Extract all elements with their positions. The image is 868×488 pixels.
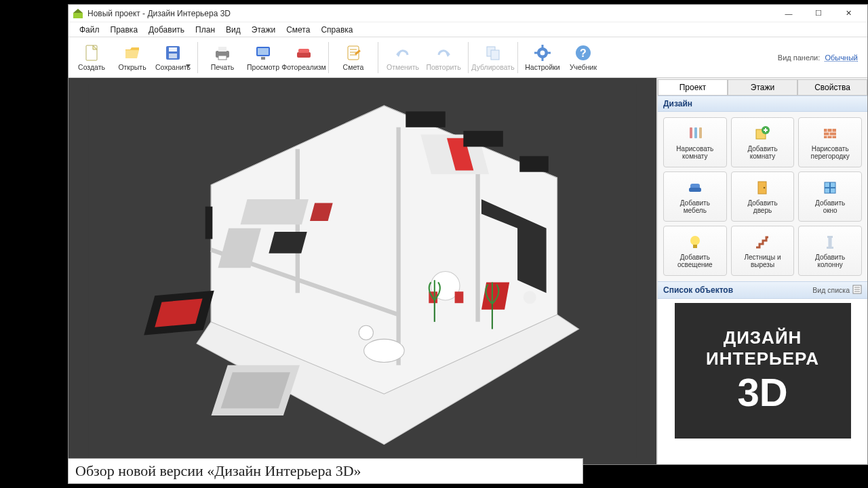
svg-rect-28 xyxy=(542,58,544,61)
svg-rect-14 xyxy=(297,52,311,58)
svg-rect-24 xyxy=(491,50,499,60)
menu-floors[interactable]: Этажи xyxy=(246,24,281,36)
3d-viewport[interactable] xyxy=(68,78,657,464)
print-button[interactable]: Печать xyxy=(202,39,243,77)
minimize-button[interactable]: — xyxy=(774,5,804,22)
design-tools-grid: Нарисоватькомнату Добавитькомнату Нарисо… xyxy=(658,112,867,281)
duplicate-button[interactable]: Дублировать xyxy=(473,39,513,77)
brick-wall-icon xyxy=(821,125,839,142)
save-disk-icon xyxy=(163,43,182,62)
side-panel: Проект Этажи Свойства Дизайн Нарисоватьк… xyxy=(657,78,867,464)
chevron-down-icon xyxy=(186,61,191,69)
svg-rect-5 xyxy=(169,47,177,52)
add-column-button[interactable]: Добавитьколонну xyxy=(798,226,862,276)
add-room-button[interactable]: Добавитькомнату xyxy=(731,117,795,167)
pencil-brush-icon xyxy=(686,125,704,142)
svg-rect-86 xyxy=(693,245,697,248)
tab-properties[interactable]: Свойства xyxy=(797,79,867,95)
draw-room-button[interactable]: Нарисоватькомнату xyxy=(663,117,727,167)
lightbulb-icon xyxy=(686,233,704,251)
svg-rect-88 xyxy=(828,238,832,247)
armchair-icon xyxy=(686,179,704,197)
svg-point-49 xyxy=(359,325,373,340)
svg-point-26 xyxy=(540,51,545,56)
tab-project[interactable]: Проект xyxy=(658,79,728,95)
help-button[interactable]: ? Учебник xyxy=(563,39,604,77)
new-file-icon xyxy=(82,43,101,62)
svg-rect-47 xyxy=(269,232,307,253)
redo-button[interactable]: Повторить xyxy=(423,39,464,77)
open-button[interactable]: Открыть xyxy=(112,39,153,77)
svg-rect-65 xyxy=(690,127,692,138)
toolbar-separator xyxy=(378,42,378,73)
panel-view-mode: Вид панели: Обычный xyxy=(778,54,865,62)
draw-partition-button[interactable]: Нарисоватьперегородку xyxy=(798,117,862,167)
photorealism-button[interactable]: Фотореализм xyxy=(283,39,324,77)
open-folder-icon xyxy=(123,43,142,62)
preview-button[interactable]: Просмотр xyxy=(243,39,283,77)
menu-bar: Файл Правка Добавить План Вид Этажи Смет… xyxy=(68,22,867,37)
printer-icon xyxy=(213,43,232,62)
column-icon xyxy=(821,233,839,251)
menu-view[interactable]: Вид xyxy=(220,24,246,36)
svg-point-85 xyxy=(690,236,700,245)
room-plus-icon xyxy=(753,125,771,142)
maximize-button[interactable]: ☐ xyxy=(804,5,833,22)
stairs-icon xyxy=(753,233,771,251)
svg-rect-87 xyxy=(827,236,833,238)
close-button[interactable]: ✕ xyxy=(833,5,863,22)
menu-plan[interactable]: План xyxy=(190,24,220,36)
svg-rect-67 xyxy=(699,127,702,138)
add-door-button[interactable]: Добавитьдверь xyxy=(731,171,795,222)
menu-edit[interactable]: Правка xyxy=(105,24,144,36)
svg-rect-43 xyxy=(221,372,290,408)
settings-button[interactable]: Настройки xyxy=(522,39,563,77)
create-button[interactable]: Создать xyxy=(71,39,112,77)
list-view-label: Вид списка xyxy=(812,286,850,294)
svg-text:?: ? xyxy=(580,47,587,59)
design-section-header: Дизайн xyxy=(658,96,867,112)
add-window-button[interactable]: Добавитьокно xyxy=(798,171,862,222)
estimate-button[interactable]: Смета xyxy=(333,39,374,77)
svg-rect-51 xyxy=(481,282,509,309)
add-lighting-button[interactable]: Добавитьосвещение xyxy=(663,226,727,276)
object-list-header: Список объектов Вид списка xyxy=(658,281,867,299)
svg-rect-9 xyxy=(218,47,226,52)
svg-point-52 xyxy=(524,291,536,304)
tab-floors[interactable]: Этажи xyxy=(728,79,797,95)
panel-view-link[interactable]: Обычный xyxy=(825,54,858,62)
window-title: Новый проект - Дизайн Интерьера 3D xyxy=(87,9,231,18)
toolbar-separator xyxy=(517,42,518,73)
list-view-toggle[interactable] xyxy=(852,285,862,296)
svg-rect-70 xyxy=(824,129,836,138)
toolbar-separator xyxy=(468,42,469,73)
svg-rect-79 xyxy=(689,188,701,192)
save-button[interactable]: Сохранить xyxy=(153,39,193,77)
monitor-icon xyxy=(254,43,273,62)
menu-add[interactable]: Добавить xyxy=(143,24,190,36)
promo-banner: ДИЗАЙН ИНТЕРЬЕРА 3D xyxy=(675,303,851,439)
svg-rect-41 xyxy=(155,298,202,327)
menu-help[interactable]: Справка xyxy=(315,24,358,36)
svg-marker-1 xyxy=(73,9,83,13)
undo-button[interactable]: Отменить xyxy=(382,39,423,77)
svg-marker-7 xyxy=(186,64,191,68)
toolbar: Создать Открыть Сохранить Печать Просмот… xyxy=(68,37,867,78)
stairs-cutouts-button[interactable]: Лестницы ивырезы xyxy=(731,226,795,276)
svg-rect-44 xyxy=(241,199,309,224)
svg-point-81 xyxy=(764,187,765,188)
toolbar-separator xyxy=(197,42,198,73)
svg-rect-29 xyxy=(534,52,538,54)
svg-rect-0 xyxy=(73,13,83,18)
svg-rect-15 xyxy=(298,49,309,53)
app-icon xyxy=(73,8,83,19)
duplicate-icon xyxy=(484,43,502,62)
svg-rect-63 xyxy=(205,206,213,239)
object-list: ДИЗАЙН ИНТЕРЬЕРА 3D xyxy=(658,299,867,464)
menu-estimate[interactable]: Смета xyxy=(281,24,315,36)
notepad-icon xyxy=(344,43,363,62)
add-furniture-button[interactable]: Добавитьмебель xyxy=(663,171,727,222)
svg-rect-10 xyxy=(218,56,226,60)
svg-rect-62 xyxy=(519,156,549,171)
menu-file[interactable]: Файл xyxy=(74,24,105,36)
